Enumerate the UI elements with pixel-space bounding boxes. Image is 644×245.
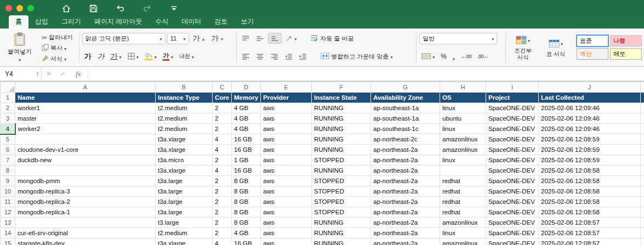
align-middle-button[interactable] (254, 33, 266, 44)
cell[interactable]: ap-northeast-2a (371, 238, 440, 245)
column-title-cell[interactable]: Name (15, 93, 156, 103)
increase-indent-button[interactable] (297, 51, 309, 62)
cell[interactable]: ap-northeast-2a (371, 186, 440, 197)
decrease-decimal-button[interactable]: .00→ (475, 51, 491, 62)
paste-button[interactable]: 붙여넣기 (4, 31, 35, 64)
cell[interactable]: 2 (213, 155, 232, 166)
cell[interactable]: RUNNING (312, 103, 371, 113)
cell[interactable]: SpaceONE-DEV (486, 186, 539, 197)
ribbon-tab[interactable]: 검토 (208, 15, 234, 29)
cell[interactable]: aws (261, 176, 312, 186)
cell[interactable]: 16 GB (232, 238, 261, 245)
cell[interactable]: 2025-02-06 12:08:57 (539, 228, 641, 238)
cell[interactable]: worker1 (15, 103, 156, 113)
cell[interactable]: 2 (213, 186, 232, 197)
column-header[interactable]: F (312, 82, 371, 93)
cell[interactable]: 8 GB (232, 218, 261, 228)
ribbon-tab[interactable]: 삽입 (29, 15, 55, 29)
row-header[interactable]: 13 (1, 218, 15, 228)
cell[interactable]: RUNNING (312, 166, 371, 176)
cell[interactable] (641, 134, 644, 145)
cell[interactable]: RUNNING (312, 238, 371, 245)
orientation-button[interactable] (283, 33, 299, 44)
cell[interactable]: 4 GB (232, 103, 261, 113)
cell[interactable]: t2.medium (156, 103, 213, 113)
phonetic-button[interactable]: 내천 (177, 51, 196, 62)
row-header[interactable]: 1 (1, 93, 15, 103)
cell[interactable]: mongodb-replica-2 (15, 197, 156, 207)
cell[interactable]: amazonlinux (440, 238, 486, 245)
cell[interactable]: worker2 (15, 124, 156, 134)
cell[interactable]: SpaceONE-DEV (486, 155, 539, 166)
cell[interactable]: 2 (213, 103, 232, 113)
cell[interactable]: ubuntu (440, 113, 486, 124)
cell[interactable]: SpaceONE-DEV (486, 176, 539, 186)
cell[interactable] (641, 218, 644, 228)
ribbon-tab[interactable]: 그리기 (55, 15, 88, 29)
customize-toolbar-button[interactable] (168, 3, 180, 14)
name-box[interactable]: Y4 ▲▼ (0, 67, 42, 81)
cell[interactable]: t3a.large (156, 176, 213, 186)
cell[interactable]: aws (261, 124, 312, 134)
cell[interactable]: ap-northeast-2a (371, 176, 440, 186)
cell[interactable]: duckdb-new (15, 155, 156, 166)
cell[interactable]: cloudone-dev-v1-core (15, 145, 156, 155)
cell[interactable] (641, 113, 644, 124)
cell[interactable]: 8 GB (232, 186, 261, 197)
enter-button[interactable]: ✓ (56, 67, 70, 81)
column-header[interactable] (641, 82, 644, 93)
cell[interactable]: STOPPED (312, 155, 371, 166)
cell[interactable]: aws (261, 218, 312, 228)
cell[interactable]: 2 (213, 176, 232, 186)
cell[interactable]: RUNNING (312, 124, 371, 134)
cell[interactable]: SpaceONE-DEV (486, 218, 539, 228)
cell[interactable]: redhat (440, 186, 486, 197)
cell[interactable]: ap-southeast-1a (371, 113, 440, 124)
format-as-table-button[interactable]: 표 서식 (542, 38, 570, 57)
row-header[interactable]: 14 (1, 228, 15, 238)
column-title-cell[interactable]: Core (213, 93, 232, 103)
row-header[interactable]: 10 (1, 186, 15, 197)
row-header[interactable]: 4 (1, 124, 15, 134)
cell[interactable] (15, 218, 156, 228)
cell[interactable]: ap-northeast-2a (371, 218, 440, 228)
cell-style-tile[interactable]: 메모 (610, 48, 642, 60)
align-top-button[interactable] (240, 33, 252, 44)
formula-input[interactable] (89, 67, 644, 81)
accounting-format-button[interactable] (419, 51, 437, 62)
cell[interactable]: 8 GB (232, 176, 261, 186)
cell[interactable] (15, 166, 156, 176)
cell[interactable]: 4 GB (232, 124, 261, 134)
cell[interactable]: 2025-02-06 12:09:46 (539, 103, 641, 113)
cell[interactable]: SpaceONE-DEV (486, 228, 539, 238)
cell[interactable]: ap-northeast-2a (371, 145, 440, 155)
ribbon-tab[interactable]: 데이터 (175, 15, 208, 29)
cell[interactable] (641, 103, 644, 113)
cell[interactable]: t2.medium (156, 113, 213, 124)
cell[interactable] (641, 197, 644, 207)
row-header[interactable]: 7 (1, 155, 15, 166)
cell[interactable]: SpaceONE-DEV (486, 207, 539, 218)
cell-style-tile[interactable]: 계산 (577, 48, 608, 60)
cell[interactable]: 8 GB (232, 197, 261, 207)
row-header[interactable]: 9 (1, 176, 15, 186)
cell[interactable]: STOPPED (312, 207, 371, 218)
cell[interactable]: RUNNING (312, 113, 371, 124)
comma-style-button[interactable]: , (451, 51, 457, 62)
decrease-font-size-button[interactable]: 가 (209, 33, 226, 44)
cell[interactable] (440, 166, 486, 176)
minimize-button[interactable] (16, 5, 23, 12)
conditional-formatting-button[interactable]: 조건부 서식 (509, 35, 537, 60)
cell[interactable]: mongodb-replica-3 (15, 186, 156, 197)
cell[interactable]: 2 (213, 113, 232, 124)
cell[interactable] (641, 238, 644, 245)
column-header[interactable]: C (213, 82, 232, 93)
cell[interactable]: 4 GB (232, 113, 261, 124)
cell[interactable]: STOPPED (312, 186, 371, 197)
align-center-button[interactable] (254, 51, 266, 62)
cell[interactable]: SpaceONE-DEV (486, 197, 539, 207)
bold-button[interactable]: 가 (82, 51, 94, 62)
cell[interactable] (641, 145, 644, 155)
cell[interactable]: 8 GB (232, 207, 261, 218)
ribbon-tab[interactable]: 페이지 레이아웃 (88, 15, 149, 29)
